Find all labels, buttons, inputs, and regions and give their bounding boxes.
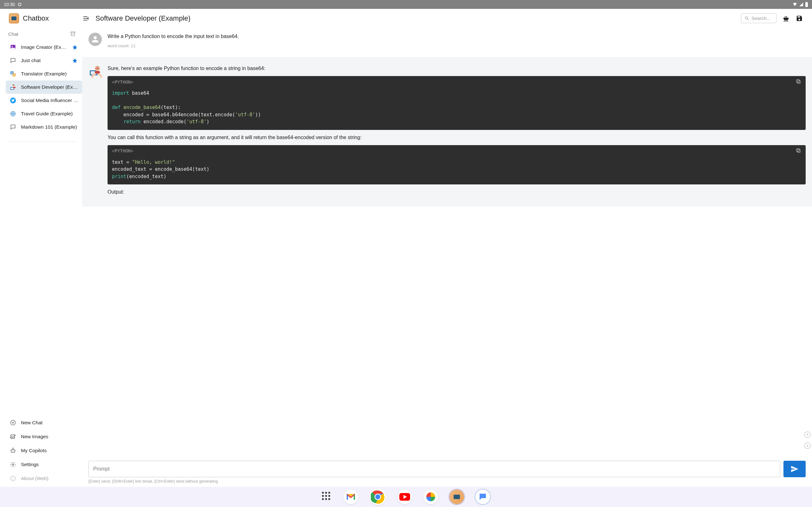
code-block-1: <PYTHON> import base64 def encode_base64… bbox=[107, 76, 806, 130]
code-body-2: text = "Hello, world!" encoded_text = en… bbox=[107, 157, 806, 185]
sidebar-item-label: Markdown 101 (Example) bbox=[21, 124, 79, 130]
image-icon bbox=[9, 44, 16, 51]
sidebar-item-3[interactable]: Software Developer (Exa... bbox=[6, 80, 82, 94]
svg-point-27 bbox=[12, 451, 13, 451]
bottom-item-new-images[interactable]: New Images bbox=[6, 430, 82, 444]
sidebar-item-2[interactable]: 文ATranslator (Example) bbox=[6, 67, 82, 80]
battery-icon bbox=[805, 2, 808, 7]
user-avatar bbox=[89, 33, 102, 46]
translator-icon: 文A bbox=[9, 70, 16, 77]
bottom-item-about-web-[interactable]: About (Web) bbox=[6, 471, 82, 486]
svg-rect-46 bbox=[95, 71, 100, 73]
sidebar-item-6[interactable]: Markdown 101 (Example) bbox=[6, 120, 82, 134]
copy-code-1-button[interactable] bbox=[796, 78, 801, 85]
page-title: Software Developer (Example) bbox=[96, 14, 191, 22]
image-plus-icon bbox=[9, 433, 16, 440]
prompt-input[interactable] bbox=[89, 461, 780, 477]
app-logo-icon bbox=[9, 13, 19, 23]
svg-rect-48 bbox=[797, 79, 799, 82]
sidebar-bottom-actions: New ChatNew ImagesMy CopilotsSettingsAbo… bbox=[0, 416, 82, 486]
chatbox-app-icon[interactable] bbox=[450, 490, 464, 504]
sidebar-item-label: Software Developer (Exa... bbox=[21, 84, 79, 90]
svg-rect-50 bbox=[797, 149, 799, 152]
sidebar-item-label: Travel Guide (Example) bbox=[21, 111, 79, 117]
bot-intro: Sure, here's an example Python function … bbox=[107, 65, 806, 72]
code-body-1: import base64 def encode_base64(text): e… bbox=[107, 88, 806, 130]
sidebar-item-0[interactable]: Image Creator (Examp... bbox=[6, 41, 82, 54]
svg-rect-49 bbox=[798, 150, 800, 153]
wifi-icon bbox=[792, 2, 798, 7]
clear-button[interactable] bbox=[782, 14, 790, 22]
svg-point-28 bbox=[13, 451, 14, 451]
bottom-item-label: New Chat bbox=[21, 420, 43, 426]
android-dock bbox=[0, 487, 812, 507]
code-lang-1: <PYTHON> bbox=[112, 79, 133, 84]
chat-outline-icon bbox=[9, 57, 16, 64]
topbar: Software Developer (Example) Search... bbox=[82, 9, 812, 27]
chat-outline-icon bbox=[9, 124, 16, 130]
bottom-item-settings[interactable]: Settings bbox=[6, 458, 82, 471]
svg-rect-4 bbox=[71, 32, 75, 33]
user-message-meta: word count: 11 bbox=[107, 43, 806, 48]
collapse-sidebar-button[interactable] bbox=[82, 14, 90, 22]
sidebar-item-label: Image Creator (Examp... bbox=[21, 44, 67, 50]
youtube-app-icon[interactable] bbox=[397, 490, 412, 504]
chat-list: Image Creator (Examp...Just chat文ATransl… bbox=[0, 41, 82, 134]
svg-point-56 bbox=[375, 494, 380, 500]
archive-icon[interactable] bbox=[70, 31, 76, 37]
search-placeholder: Search... bbox=[751, 15, 770, 21]
scroll-up-button[interactable] bbox=[804, 432, 811, 438]
sidebar-item-1[interactable]: Just chat bbox=[6, 54, 82, 67]
bot-output-label: Output: bbox=[107, 188, 806, 196]
signal-icon bbox=[799, 2, 804, 7]
copy-code-2-button[interactable] bbox=[796, 148, 801, 154]
svg-point-7 bbox=[12, 46, 13, 47]
search-icon bbox=[745, 16, 750, 21]
svg-text:A: A bbox=[13, 74, 15, 76]
bottom-item-label: Settings bbox=[21, 462, 39, 467]
chat-section-label: Chat bbox=[8, 32, 18, 37]
gmail-app-icon[interactable] bbox=[344, 490, 358, 504]
bottom-item-label: New Images bbox=[21, 434, 48, 440]
chrome-app-icon[interactable] bbox=[369, 489, 386, 505]
code-block-2: <PYTHON> text = "Hello, world!" encoded_… bbox=[107, 145, 806, 185]
search-input[interactable]: Search... bbox=[741, 13, 776, 23]
svg-rect-47 bbox=[798, 80, 800, 83]
messages-app-icon[interactable] bbox=[475, 490, 490, 504]
svg-rect-15 bbox=[13, 87, 15, 88]
photos-app-icon[interactable] bbox=[423, 490, 438, 504]
sidebar-item-label: Social Media Influencer (... bbox=[21, 98, 79, 103]
bot-avatar: </> bbox=[89, 65, 102, 78]
app-name: Chatbox bbox=[23, 14, 49, 22]
app-logo-row[interactable]: Chatbox bbox=[0, 13, 82, 23]
main-content: Software Developer (Example) Search... W… bbox=[82, 9, 812, 487]
sidebar-item-label: Just chat bbox=[21, 58, 67, 63]
user-message-text: Write a Python function to encode the in… bbox=[107, 33, 806, 40]
svg-point-1 bbox=[19, 3, 21, 6]
bottom-item-my-copilots[interactable]: My Copilots bbox=[6, 444, 82, 458]
chat-section-header: Chat bbox=[0, 31, 82, 37]
svg-text:文: 文 bbox=[11, 72, 13, 74]
svg-rect-3 bbox=[806, 2, 807, 3]
svg-point-23 bbox=[11, 436, 12, 437]
svg-rect-22 bbox=[11, 435, 15, 439]
plus-circle-icon bbox=[9, 419, 16, 426]
robot-icon bbox=[9, 447, 16, 454]
svg-point-36 bbox=[13, 477, 13, 477]
sidebar-item-4[interactable]: Social Media Influencer (... bbox=[6, 94, 82, 107]
twitter-icon bbox=[9, 97, 16, 104]
save-button[interactable] bbox=[796, 14, 803, 22]
sidebar-item-5[interactable]: Travel Guide (Example) bbox=[6, 107, 82, 120]
star-icon[interactable] bbox=[72, 44, 78, 50]
star-icon[interactable] bbox=[72, 58, 78, 63]
send-button[interactable] bbox=[783, 461, 806, 477]
user-message: Write a Python function to encode the in… bbox=[89, 33, 806, 48]
developer-icon bbox=[9, 83, 16, 91]
code-lang-2: <PYTHON> bbox=[112, 148, 133, 153]
bottom-item-new-chat[interactable]: New Chat bbox=[6, 416, 82, 430]
sidebar-item-label: Translator (Example) bbox=[21, 71, 79, 77]
svg-rect-2 bbox=[805, 3, 808, 7]
app-drawer-button[interactable] bbox=[322, 492, 332, 502]
scroll-down-button[interactable] bbox=[804, 442, 811, 449]
messages-scroll[interactable]: Write a Python function to encode the in… bbox=[82, 27, 812, 458]
